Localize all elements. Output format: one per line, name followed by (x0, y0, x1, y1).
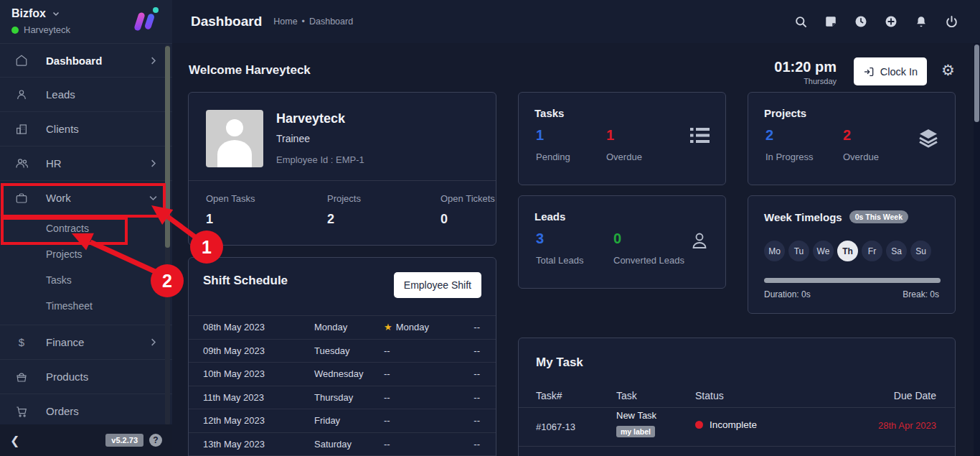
person-icon (14, 88, 29, 102)
my-task-title: My Task (536, 355, 583, 370)
sidebar-scrollbar-thumb[interactable] (165, 46, 170, 248)
leads-total-value: 3 (536, 231, 544, 247)
employee-shift-button[interactable]: Employee Shift (394, 272, 481, 298)
sidebar-scrollbar (165, 45, 170, 425)
week-total-badge: 0s This Week (849, 210, 908, 223)
power-icon[interactable] (944, 14, 958, 29)
chevron-right-icon (148, 55, 159, 67)
briefcase-icon (14, 191, 29, 205)
task-id: #1067-13 (536, 422, 575, 432)
topbar-icons (793, 14, 958, 29)
sidebar-subitem-contracts[interactable]: Contracts (0, 215, 172, 241)
timelog-progress-bar (764, 278, 941, 283)
projects-value: 2 (327, 212, 334, 227)
tasks-overdue-value: 1 (606, 127, 614, 144)
projects-card-title: Projects (764, 107, 806, 119)
day-th-active[interactable]: Th (837, 241, 858, 261)
dollar-icon: $ (14, 335, 29, 350)
duration-text: Duration: 0s (764, 289, 811, 299)
week-timelogs-card: Week Timelogs 0s This Week Mo Tu We Th F… (748, 195, 956, 314)
settings-gear-icon[interactable]: ⚙ (941, 62, 955, 79)
sidebar-header: Bizfox Harveyteck (0, 0, 172, 43)
day-tu[interactable]: Tu (788, 241, 809, 261)
home-icon (14, 53, 29, 68)
notifications-bell-icon[interactable] (914, 14, 928, 29)
chevron-right-icon (148, 337, 159, 348)
status-dot-icon (695, 421, 703, 429)
layers-icon (918, 127, 939, 149)
page-scrollbar-thumb[interactable] (974, 45, 979, 122)
add-icon[interactable] (884, 14, 898, 29)
profile-name: Harveyteck (276, 111, 345, 126)
company-name: Harveyteck (24, 24, 70, 35)
sidebar-item-orders[interactable]: Orders (0, 394, 172, 429)
col-task: Task (616, 390, 637, 401)
sidebar-item-hr[interactable]: HR (0, 146, 172, 181)
sidebar-item-clients[interactable]: Clients (0, 112, 172, 146)
shift-schedule-card: Shift Schedule Employee Shift 08th May 2… (188, 257, 496, 456)
tasks-pending-value: 1 (536, 127, 544, 144)
leads-card: Leads 3 Total Leads 0 Converted Leads (518, 195, 726, 289)
app-screen: Bizfox Harveyteck Dashboard (0, 0, 980, 456)
clock-icon[interactable] (854, 14, 868, 29)
shift-table: 08th May 2023 Monday ★Monday -- 09th May… (189, 315, 496, 456)
sidebar-item-finance[interactable]: $ Finance (0, 325, 172, 360)
week-timelogs-title: Week Timelogs (764, 211, 842, 223)
log-in-icon (863, 66, 875, 78)
my-task-card: My Task Task# Task Status Due Date #1067… (518, 338, 956, 456)
sidebar-subitem-projects[interactable]: Projects (0, 241, 172, 267)
brand-name: Bizfox (11, 7, 46, 20)
open-tickets-label: Open Tickets (440, 193, 495, 204)
shift-row: 12th May 2023 Friday -- -- (189, 409, 496, 432)
task-due-date: 28th Apr 2023 (878, 420, 936, 431)
day-sa[interactable]: Sa (886, 241, 907, 261)
sidebar-item-products[interactable]: Products (0, 360, 172, 394)
page-scrollbar (974, 43, 980, 456)
projects-card: Projects 2 In Progress 2 Overdue (748, 92, 956, 185)
shift-row: 08th May 2023 Monday ★Monday -- (189, 315, 496, 339)
search-icon[interactable] (793, 14, 808, 29)
clock-in-button[interactable]: Clock In (854, 57, 927, 85)
people-icon (14, 157, 29, 171)
divider (189, 180, 496, 181)
divider (519, 446, 955, 447)
week-days-row: Mo Tu We Th Fr Sa Su (764, 241, 931, 261)
welcome-heading: Welcome Harveyteck (189, 63, 311, 78)
task-label-badge: my label (616, 426, 655, 437)
shift-row: 11th May 2023 Thursday -- -- (189, 386, 496, 409)
online-status-dot (11, 27, 19, 34)
sidebar-subitem-timesheet[interactable]: Timesheet (0, 293, 172, 319)
open-tasks-label: Open Tasks (206, 193, 255, 204)
projects-overdue-value: 2 (843, 127, 851, 144)
chevron-down-icon (52, 9, 60, 18)
divider (519, 407, 955, 408)
tasks-overdue-label: Overdue (606, 152, 642, 162)
day-we[interactable]: We (813, 241, 834, 261)
sidebar-item-work[interactable]: Work (0, 181, 172, 215)
shift-row: 09th May 2023 Tuesday -- -- (189, 339, 496, 363)
collapse-sidebar-icon[interactable]: ❮ (10, 434, 19, 447)
profile-role: Trainee (276, 133, 310, 144)
open-tickets-value: 0 (440, 212, 448, 227)
projects-label: Projects (327, 193, 361, 204)
sidebar-subitem-tasks[interactable]: Tasks (0, 267, 172, 293)
star-icon: ★ (384, 322, 392, 332)
task-name[interactable]: New Task (616, 410, 656, 421)
sidebar-item-leads[interactable]: Leads (0, 78, 172, 112)
shift-schedule-title: Shift Schedule (203, 274, 288, 288)
notes-icon[interactable] (824, 14, 838, 29)
sidebar-nav: Dashboard Leads Clients (0, 43, 172, 429)
day-su[interactable]: Su (910, 241, 931, 261)
projects-inprogress-value: 2 (765, 127, 773, 144)
day-fr[interactable]: Fr (862, 241, 882, 261)
sidebar-item-dashboard[interactable]: Dashboard (0, 43, 172, 78)
task-list-icon (690, 127, 710, 144)
day-mo[interactable]: Mo (764, 241, 785, 261)
tasks-card-title: Tasks (534, 107, 564, 119)
projects-overdue-label: Overdue (843, 152, 879, 162)
breadcrumb-home[interactable]: Home (273, 17, 297, 27)
help-icon[interactable]: ? (149, 434, 162, 447)
current-day: Thursday (763, 77, 837, 85)
lead-person-icon (689, 231, 710, 251)
avatar (206, 110, 263, 167)
